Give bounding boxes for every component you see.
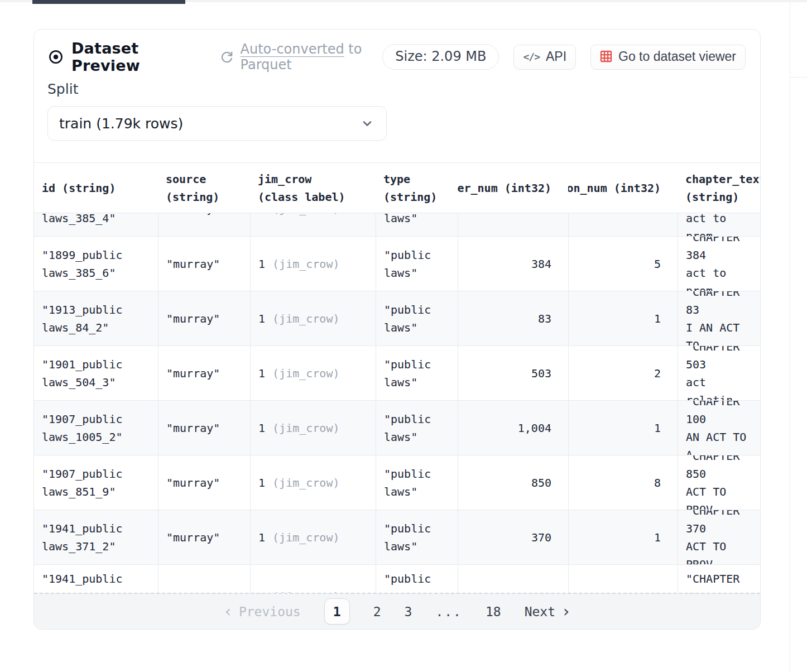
cell-section-num (568, 213, 678, 236)
active-tab-indicator (32, 0, 185, 4)
cell-jim-crow: 1(jim_crow) (250, 346, 376, 400)
column-header-source: source (string) (158, 163, 250, 213)
cell-source: "murray" (158, 565, 250, 594)
table-row: laws_385_4""murray"1(jim_crow)laws"act t… (34, 213, 760, 236)
table-row: "1941_public"murray"1(jim_crow)"public37… (34, 564, 760, 594)
cell-type: "public (376, 565, 458, 594)
cell-section-num: 8 (568, 455, 678, 510)
cell-jim-crow: 1(jim_crow) (250, 237, 376, 291)
column-header-chapter_num: chapter_num (int32) (458, 163, 568, 213)
column-header-id: id (string) (34, 163, 158, 213)
api-button-label: API (546, 49, 566, 64)
column-header-type: type (string) (376, 163, 458, 213)
cell-id: "1899_public laws_385_6" (34, 237, 158, 291)
previous-page-button[interactable]: ‹Previous (225, 604, 301, 619)
cell-type: "public laws" (376, 455, 458, 510)
cell-chapter-text: "CHAPTER 370 (678, 565, 760, 594)
dataset-table: id (string)source (string)jim_crow (clas… (34, 162, 760, 594)
cell-chapter-text: "CHAPTER 370 ACT TO PROV (678, 510, 760, 564)
cell-chapter-num: 370 (458, 565, 568, 594)
cell-chapter-num: 503 (458, 346, 568, 400)
pagination-bar: ‹Previous123...18Next› (34, 593, 760, 629)
cell-id: "1941_public (34, 565, 158, 594)
cell-chapter-num: 83 (458, 291, 568, 345)
cell-id: laws_385_4" (34, 213, 158, 236)
cell-section-num: 1 (568, 291, 678, 345)
split-select[interactable]: train (1.79k rows) (47, 106, 387, 141)
dataset-preview-card: Dataset Preview Auto-converted to Parque… (33, 29, 761, 630)
pagination-ellipsis[interactable]: ... (435, 604, 462, 619)
cell-chapter-text: "CHAPTER 384 act to prom (678, 237, 760, 291)
cell-source: "murray" (158, 401, 250, 455)
page-button-18[interactable]: 18 (486, 604, 501, 619)
cell-type: "public laws" (376, 510, 458, 564)
cell-source: "murray" (158, 291, 250, 345)
auto-converted-link[interactable]: Auto-converted (241, 41, 344, 57)
cell-source: "murray" (158, 237, 250, 291)
cell-type: "public laws" (376, 346, 458, 400)
cell-source: "murray" (158, 510, 250, 564)
cell-chapter-num: 384 (458, 237, 568, 291)
go-to-dataset-viewer-button[interactable]: Go to dataset viewer (590, 45, 746, 70)
code-icon: </> (523, 51, 540, 63)
column-header-jim_crow: jim_crow (class label) (250, 163, 376, 213)
api-button[interactable]: </> API (513, 45, 576, 70)
cell-jim-crow: 1(jim_crow) (250, 291, 376, 345)
auto-converted-note: Auto-converted to Parquet (219, 41, 383, 73)
cell-type: "public laws" (376, 237, 458, 291)
card-header: Dataset Preview Auto-converted to Parque… (34, 30, 760, 70)
cell-chapter-text: "CHAPTER 83 I AN ACT TO (678, 291, 760, 345)
table-row: "1941_public laws_371_2""murray"1(jim_cr… (34, 510, 760, 564)
chevron-right-icon: › (563, 606, 569, 617)
cell-type: "public laws" (376, 291, 458, 345)
next-label: Next (525, 604, 555, 619)
table-row: "1901_public laws_504_3""murray"1(jim_cr… (34, 345, 760, 400)
cell-jim-crow: 1(jim_crow) (250, 565, 376, 594)
table-header-row: id (string)source (string)jim_crow (clas… (34, 162, 760, 213)
table-grid-icon (600, 50, 612, 63)
previous-label: Previous (239, 604, 301, 619)
cell-type: laws" (376, 213, 458, 236)
cell-id: "1901_public laws_504_3" (34, 346, 158, 400)
cell-source: "murray" (158, 213, 250, 236)
cell-id: "1913_public laws_84_2" (34, 291, 158, 345)
cell-chapter-num (458, 213, 568, 236)
page-title: Dataset Preview (71, 40, 184, 74)
cell-chapter-text: act to prom (678, 213, 760, 236)
chevron-left-icon: ‹ (225, 606, 231, 617)
cell-chapter-text: "CHAPTER 850 ACT TO PROV (678, 455, 760, 510)
dataset-table-scroll-region[interactable]: id (string)source (string)jim_crow (clas… (34, 162, 760, 594)
column-header-section_num: section_num (int32) (568, 163, 678, 213)
table-row: "1913_public laws_84_2""murray"1(jim_cro… (34, 291, 760, 345)
cell-section-num: 2 (568, 565, 678, 594)
cell-jim-crow: 1(jim_crow) (250, 213, 376, 236)
size-badge: Size: 2.09 MB (382, 44, 499, 70)
right-panel-divider (790, 2, 790, 672)
preview-eye-icon (47, 49, 64, 65)
cell-chapter-text: "CHAPTER 503 act relatin (678, 346, 760, 400)
split-selected-value: train (1.79k rows) (59, 116, 183, 132)
refresh-icon (219, 50, 234, 65)
go-to-dataset-viewer-label: Go to dataset viewer (618, 49, 736, 64)
cell-jim-crow: 1(jim_crow) (250, 401, 376, 455)
table-row: "1907_public laws_851_9""murray"1(jim_cr… (34, 455, 760, 510)
cell-section-num: 1 (568, 401, 678, 455)
page-button-2[interactable]: 2 (373, 604, 381, 619)
cell-source: "murray" (158, 346, 250, 400)
cell-section-num: 2 (568, 346, 678, 400)
split-label: Split (47, 81, 760, 99)
cell-id: "1907_public laws_1005_2" (34, 401, 158, 455)
cell-type: "public laws" (376, 401, 458, 455)
cell-chapter-num: 1,004 (458, 401, 568, 455)
cell-id: "1907_public laws_851_9" (34, 455, 158, 510)
cell-id: "1941_public laws_371_2" (34, 510, 158, 564)
page-button-3[interactable]: 3 (405, 604, 412, 619)
cell-section-num: 5 (568, 237, 678, 291)
table-row: "1907_public laws_1005_2""murray"1(jim_c… (34, 400, 760, 455)
column-header-chapter_text: chapter_text (string) (678, 163, 760, 213)
next-page-button[interactable]: Next› (525, 604, 570, 619)
title-group: Dataset Preview (47, 40, 184, 74)
right-panel-section-divider (790, 77, 807, 78)
chevron-down-icon (359, 116, 375, 131)
page-button-1[interactable]: 1 (324, 598, 350, 625)
